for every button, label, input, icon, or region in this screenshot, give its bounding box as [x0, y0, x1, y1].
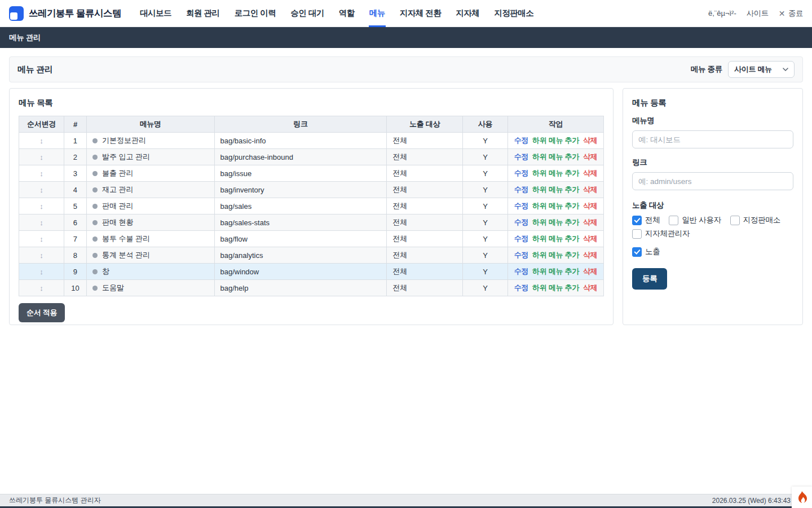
target-checkbox[interactable]: 지정판매소 — [730, 215, 780, 225]
drag-handle-icon[interactable]: ↕ — [39, 284, 43, 292]
checkbox-label: 지자체관리자 — [645, 229, 690, 239]
delete-link[interactable]: 삭제 — [583, 234, 597, 243]
menu-type-selected-value: 사이트 메뉴 — [734, 64, 772, 75]
edit-link[interactable]: 수정 — [514, 185, 528, 194]
use-cell: Y — [463, 214, 508, 231]
actions-cell: 수정하위 메뉴 추가삭제 — [508, 231, 603, 247]
menu-name-cell: 판매 현황 — [86, 214, 214, 231]
delete-link[interactable]: 삭제 — [583, 185, 597, 194]
row-number: 6 — [64, 214, 86, 231]
add-submenu-link[interactable]: 하위 메뉴 추가 — [532, 152, 579, 161]
add-submenu-link[interactable]: 하위 메뉴 추가 — [532, 169, 579, 177]
footer-admin-text: 쓰레기봉투 물류시스템 관리자 — [9, 496, 101, 505]
drag-handle-icon[interactable]: ↕ — [39, 218, 43, 227]
delete-link[interactable]: 삭제 — [583, 136, 597, 144]
visible-checkbox-label: 노출 — [645, 247, 660, 257]
nav-item[interactable]: 역할 — [333, 0, 361, 27]
nav-item[interactable]: 지자체 전환 — [394, 0, 448, 27]
actions-cell: 수정하위 메뉴 추가삭제 — [508, 182, 603, 198]
add-submenu-link[interactable]: 하위 메뉴 추가 — [532, 267, 579, 275]
nav-item[interactable]: 지정판매소 — [488, 0, 540, 27]
drag-handle-icon[interactable]: ↕ — [39, 169, 43, 178]
drag-handle-icon[interactable]: ↕ — [39, 268, 43, 276]
edit-link[interactable]: 수정 — [514, 152, 528, 161]
edit-link[interactable]: 수정 — [514, 283, 528, 292]
edit-link[interactable]: 수정 — [514, 251, 528, 259]
target-label: 노출 대상 — [632, 200, 793, 211]
drag-handle-icon[interactable]: ↕ — [39, 251, 43, 260]
main-content: 메뉴 목록 순서변경#메뉴명링크노출 대상사용작업 ↕1기본정보관리bag/ba… — [9, 88, 803, 325]
drag-handle-icon[interactable]: ↕ — [39, 186, 43, 194]
table-row: ↕9창bag/window전체Y수정하위 메뉴 추가삭제 — [19, 264, 604, 280]
drag-handle-icon[interactable]: ↕ — [39, 137, 43, 145]
target-checkbox[interactable]: 전체 — [632, 215, 660, 225]
nav-item[interactable]: 지자체 — [449, 0, 486, 27]
drag-handle-icon[interactable]: ↕ — [39, 202, 43, 211]
menu-link-label: 링크 — [632, 157, 793, 168]
register-button[interactable]: 등록 — [632, 268, 667, 290]
brand[interactable]: 쓰레기봉투 물류시스템 — [9, 6, 121, 21]
delete-link[interactable]: 삭제 — [583, 152, 597, 161]
menu-link-cell: bag/analytics — [214, 247, 387, 264]
bullet-icon — [92, 286, 98, 291]
nav-item[interactable]: 메뉴 — [363, 0, 391, 27]
site-link[interactable]: 사이트 — [747, 8, 769, 19]
menu-name-cell: 기본정보관리 — [86, 133, 214, 149]
menu-table: 순서변경#메뉴명링크노출 대상사용작업 ↕1기본정보관리bag/basic-in… — [19, 116, 604, 296]
menu-link-cell: bag/window — [214, 264, 387, 280]
menu-name-input[interactable] — [632, 130, 793, 148]
add-submenu-link[interactable]: 하위 메뉴 추가 — [532, 185, 579, 194]
use-cell: Y — [463, 198, 508, 214]
delete-link[interactable]: 삭제 — [583, 169, 597, 177]
checkbox-checked-icon — [632, 247, 642, 257]
edit-link[interactable]: 수정 — [514, 169, 528, 177]
bullet-icon — [92, 269, 98, 274]
bullet-icon — [92, 253, 98, 258]
menu-type-label: 메뉴 종류 — [691, 64, 722, 75]
add-submenu-link[interactable]: 하위 메뉴 추가 — [532, 234, 579, 243]
debug-toolbar-button[interactable] — [792, 487, 812, 508]
nav-item[interactable]: 승인 대기 — [284, 0, 330, 27]
target-checkbox[interactable]: 지자체관리자 — [632, 229, 690, 239]
nav-item[interactable]: 로그인 이력 — [228, 0, 283, 27]
visible-checkbox[interactable]: 노출 — [632, 247, 793, 257]
logout-label: 종료 — [788, 8, 803, 19]
drag-handle-icon[interactable]: ↕ — [39, 235, 43, 243]
footer: 쓰레기봉투 물류시스템 관리자 2026.03.25 (Wed) 6:43:43 — [0, 494, 812, 506]
add-submenu-link[interactable]: 하위 메뉴 추가 — [532, 218, 579, 226]
menu-link-cell: bag/inventory — [214, 182, 387, 198]
edit-link[interactable]: 수정 — [514, 218, 528, 226]
target-checkbox[interactable]: 일반 사용자 — [669, 215, 721, 225]
edit-link[interactable]: 수정 — [514, 202, 528, 210]
add-submenu-link[interactable]: 하위 메뉴 추가 — [532, 202, 579, 210]
edit-link[interactable]: 수정 — [514, 234, 528, 243]
menu-link-cell: bag/issue — [214, 165, 387, 182]
apply-order-button[interactable]: 순서 적용 — [19, 303, 65, 322]
delete-link[interactable]: 삭제 — [583, 283, 597, 292]
use-cell: Y — [463, 231, 508, 247]
nav-item[interactable]: 대시보드 — [134, 0, 178, 27]
bullet-icon — [92, 237, 98, 242]
add-submenu-link[interactable]: 하위 메뉴 추가 — [532, 283, 579, 292]
drag-handle-icon[interactable]: ↕ — [39, 153, 43, 161]
edit-link[interactable]: 수정 — [514, 136, 528, 144]
bullet-icon — [92, 171, 98, 176]
edit-link[interactable]: 수정 — [514, 267, 528, 275]
delete-link[interactable]: 삭제 — [583, 202, 597, 210]
delete-link[interactable]: 삭제 — [583, 251, 597, 259]
target-checkbox-group: 전체일반 사용자지정판매소지자체관리자 — [632, 215, 793, 239]
menu-type-select[interactable]: 사이트 메뉴 — [728, 61, 795, 78]
column-header: 링크 — [214, 116, 387, 133]
add-submenu-link[interactable]: 하위 메뉴 추가 — [532, 251, 579, 259]
logout-button[interactable]: ✕ 종료 — [779, 8, 803, 19]
menu-link-input[interactable] — [632, 172, 793, 190]
app-logo-icon — [9, 6, 24, 21]
row-number: 2 — [64, 149, 86, 165]
delete-link[interactable]: 삭제 — [583, 267, 597, 275]
chevron-down-icon — [783, 67, 788, 72]
target-cell: 전체 — [387, 231, 463, 247]
table-row: ↕6판매 현황bag/sales-stats전체Y수정하위 메뉴 추가삭제 — [19, 214, 604, 231]
delete-link[interactable]: 삭제 — [583, 218, 597, 226]
nav-item[interactable]: 회원 관리 — [180, 0, 226, 27]
add-submenu-link[interactable]: 하위 메뉴 추가 — [532, 136, 579, 144]
